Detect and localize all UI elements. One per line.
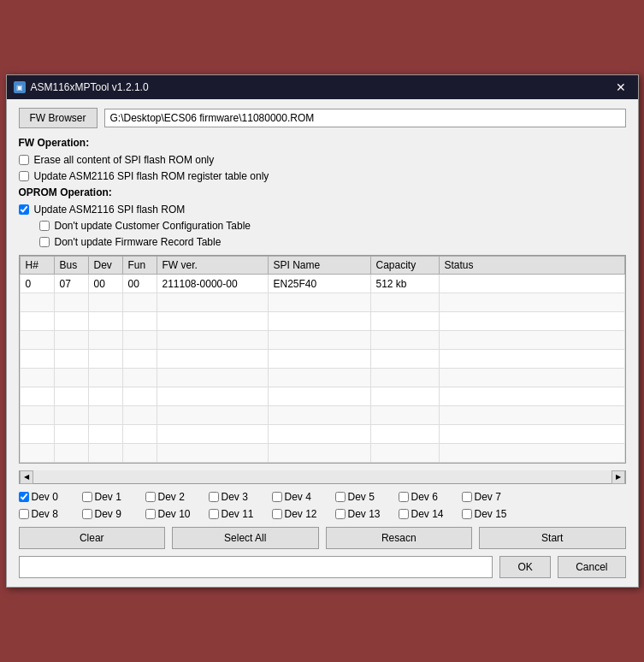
fw-browser-button[interactable]: FW Browser [19,108,97,128]
dev-0-label: Dev 0 [32,491,58,503]
dev-3-label: Dev 3 [222,491,248,503]
update-oprom-checkbox[interactable] [19,204,29,215]
erase-checkbox-row: Erase all content of SPI flash ROM only [19,154,626,166]
dev-4-checkbox[interactable] [272,492,282,502]
no-firmware-checkbox[interactable] [39,237,50,247]
dev-0-checkbox[interactable] [19,492,29,502]
dev-13-checkbox[interactable] [335,509,346,519]
dev-7-item: Dev 7 [462,491,522,503]
dev-11-checkbox[interactable] [209,509,219,519]
col-header-fun: Fun [122,257,157,275]
table-empty-row [20,425,624,444]
dev-2-item: Dev 2 [145,491,205,503]
table-empty-row [20,387,624,406]
dev-7-checkbox[interactable] [462,492,472,502]
erase-checkbox[interactable] [19,155,29,165]
dev-9-label: Dev 9 [95,508,121,520]
dev-14-item: Dev 14 [399,508,458,520]
dev-1-checkbox[interactable] [82,492,92,502]
table-empty-row [20,406,624,425]
col-header-status: Status [439,257,624,275]
oprom-operation-label: OPROM Operation: [19,186,626,198]
dev-8-item: Dev 8 [19,508,79,520]
main-window: ▣ ASM116xMPTool v1.2.1.0 ✕ FW Browser FW… [6,74,639,588]
dev-9-item: Dev 9 [82,508,142,520]
dev-2-checkbox[interactable] [145,492,156,502]
close-button[interactable]: ✕ [611,79,631,96]
no-customer-label: Don't update Customer Configuration Tabl… [55,220,251,232]
no-firmware-checkbox-row: Don't update Firmware Record Table [39,236,626,248]
horizontal-scrollbar[interactable]: ◀ ▶ [19,470,626,484]
dev-9-checkbox[interactable] [82,509,92,519]
update-oprom-checkbox-row: Update ASM2116 SPI flash ROM [19,204,626,216]
table-row: 0 07 00 00 211108-0000-00 EN25F40 512 kb [20,275,624,293]
dev-14-checkbox[interactable] [399,509,409,519]
app-icon: ▣ [14,81,26,93]
col-header-spi: SPI Name [268,257,370,275]
table-empty-row [20,293,624,312]
col-header-bus: Bus [54,257,88,275]
scroll-left-arrow[interactable]: ◀ [20,470,33,484]
table-empty-row [20,331,624,350]
device-table-container: H# Bus Dev Fun FW ver. SPI Name Capacity… [19,255,626,464]
dev-12-label: Dev 12 [285,508,317,520]
update-oprom-label: Update ASM2116 SPI flash ROM [34,204,186,216]
col-header-h: H# [20,257,54,275]
device-checkboxes: Dev 0 Dev 1 Dev 2 Dev 3 Dev 4 [19,491,626,520]
device-table: H# Bus Dev Fun FW ver. SPI Name Capacity… [20,256,625,463]
table-empty-row [20,369,624,387]
dev-10-label: Dev 10 [158,508,191,520]
cell-bus: 07 [54,275,88,293]
start-button[interactable]: Start [479,527,626,549]
cell-fun: 00 [122,275,157,293]
fw-operation-label: FW Operation: [19,137,626,149]
window-title: ASM116xMPTool v1.2.1.0 [31,81,149,93]
status-input[interactable] [19,556,493,578]
select-all-button[interactable]: Select All [172,527,319,549]
dev-1-item: Dev 1 [82,491,142,503]
dev-4-item: Dev 4 [272,491,332,503]
content-area: FW Browser FW Operation: Erase all conte… [7,99,638,587]
dev-11-item: Dev 11 [209,508,269,520]
dev-7-label: Dev 7 [475,491,501,503]
ok-button[interactable]: OK [499,556,551,578]
dev-row-1: Dev 0 Dev 1 Dev 2 Dev 3 Dev 4 [19,491,626,503]
dev-3-checkbox[interactable] [209,492,219,502]
dev-5-checkbox[interactable] [335,492,346,502]
no-customer-checkbox-row: Don't update Customer Configuration Tabl… [39,220,626,232]
fw-path-input[interactable] [104,109,626,127]
no-customer-checkbox[interactable] [39,221,50,231]
cell-fw-ver: 211108-0000-00 [157,275,268,293]
dev-8-checkbox[interactable] [19,509,29,519]
dev-1-label: Dev 1 [95,491,121,503]
table-header-row: H# Bus Dev Fun FW ver. SPI Name Capacity… [20,257,624,275]
update-register-checkbox[interactable] [19,171,29,181]
table-empty-row [20,350,624,369]
update-register-checkbox-row: Update ASM2116 SPI flash ROM register ta… [19,170,626,182]
cancel-button[interactable]: Cancel [558,556,625,578]
dev-0-item: Dev 0 [19,491,79,503]
dev-15-item: Dev 15 [462,508,522,520]
fw-browser-row: FW Browser [19,108,626,128]
dev-15-checkbox[interactable] [462,509,472,519]
dev-4-label: Dev 4 [285,491,311,503]
dev-12-checkbox[interactable] [272,509,282,519]
clear-button[interactable]: Clear [19,527,166,549]
dev-6-item: Dev 6 [399,491,458,503]
scroll-right-arrow[interactable]: ▶ [612,470,625,484]
dev-10-checkbox[interactable] [145,509,156,519]
cell-status [439,275,624,293]
no-firmware-label: Don't update Firmware Record Table [55,236,222,248]
scroll-track[interactable] [33,470,612,483]
table-empty-row [20,312,624,331]
table-empty-row [20,444,624,463]
rescan-button[interactable]: Resacn [326,527,473,549]
dev-row-2: Dev 8 Dev 9 Dev 10 Dev 11 Dev 12 [19,508,626,520]
cell-capacity: 512 kb [370,275,439,293]
cell-dev: 00 [88,275,122,293]
dev-6-checkbox[interactable] [399,492,409,502]
dev-13-item: Dev 13 [335,508,395,520]
dev-3-item: Dev 3 [209,491,269,503]
title-bar-left: ▣ ASM116xMPTool v1.2.1.0 [14,81,149,93]
dev-12-item: Dev 12 [272,508,332,520]
